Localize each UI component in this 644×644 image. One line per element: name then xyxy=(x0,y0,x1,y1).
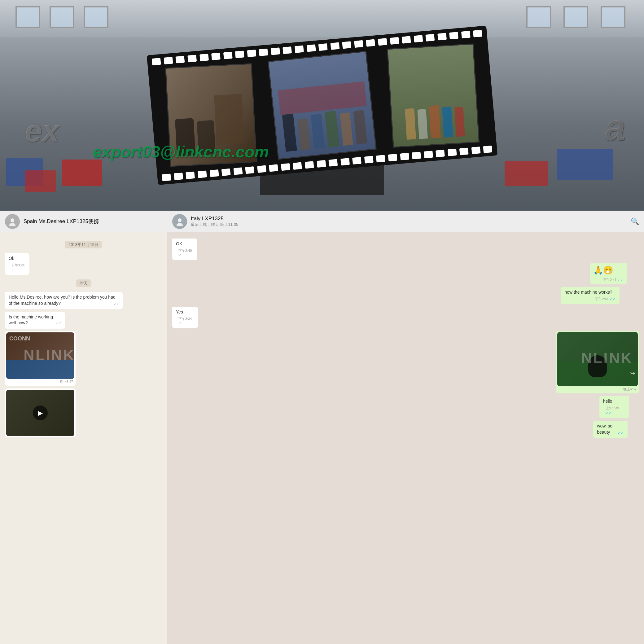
perf xyxy=(471,147,480,154)
perf xyxy=(317,160,326,167)
perf xyxy=(152,58,161,65)
perf xyxy=(378,38,387,46)
media-message-2[interactable]: ▶ xyxy=(5,388,76,437)
perf xyxy=(459,147,469,155)
perf xyxy=(340,158,349,165)
perf xyxy=(483,145,492,153)
perf xyxy=(423,151,433,158)
msg-ok: Ok 下午3:24 ✓ xyxy=(5,253,29,275)
video-thumb-1[interactable]: COONN xyxy=(6,332,74,379)
perf xyxy=(461,31,470,38)
perf xyxy=(199,54,208,61)
right-chat-messages: OK 下午2:40 ✓ 🙏😁 下午2:41 ✓✓ now the machine… xyxy=(167,232,644,644)
left-chat-panel: Spain Ms.Desiree LXP1325便携 2018年11月15日 O… xyxy=(0,211,167,644)
perf xyxy=(162,173,171,181)
perf xyxy=(175,56,185,63)
perf xyxy=(447,148,457,156)
perf xyxy=(390,37,399,44)
perf xyxy=(269,164,278,172)
svg-point-2 xyxy=(178,218,182,222)
msg-wow-sent: wow, so beauty ✓✓ xyxy=(593,421,639,438)
left-contact-name: Spain Ms.Desiree LXP1325便携 xyxy=(24,218,162,225)
msg-hello-text: hello 上午9:39 ✓✓ xyxy=(599,396,629,418)
perf xyxy=(283,46,292,54)
perf xyxy=(197,170,207,178)
left-chat-header: Spain Ms.Desiree LXP1325便携 xyxy=(0,211,167,232)
perf xyxy=(342,41,351,49)
video-thumb-2[interactable]: ▶ xyxy=(6,390,74,436)
perf xyxy=(174,173,183,180)
right-chat-header: Italy LXP1325 最后上线于昨天 晚上11:05 🔍 xyxy=(167,211,644,232)
video-thumb-chicken[interactable]: ↪ xyxy=(557,332,638,386)
perf xyxy=(293,162,302,169)
msg-machine-working: Is the machine working well now? ✓✓ xyxy=(5,312,65,329)
play-button-icon[interactable]: ▶ xyxy=(33,405,48,420)
factory-window-6 xyxy=(601,6,625,28)
media-message-chicken[interactable]: ↪ 晚上6:57 NLINK xyxy=(556,331,639,393)
film-photo-3 xyxy=(387,43,480,147)
perf xyxy=(354,40,363,47)
perf xyxy=(449,32,458,39)
left-chat-avatar xyxy=(5,214,20,229)
msg-machine-works: now the machine works? 下午2:41 ✓✓ xyxy=(561,287,639,304)
message-hello: Hello Ms.Desiree, how are you? Is the pr… xyxy=(5,292,162,309)
perf xyxy=(187,55,197,62)
perf xyxy=(330,42,340,50)
perf xyxy=(245,166,254,173)
msg-wow-text: wow, so beauty ✓✓ xyxy=(593,421,628,438)
perf xyxy=(376,155,385,162)
perf xyxy=(186,171,195,179)
perf xyxy=(209,169,219,177)
perf xyxy=(281,163,290,170)
perf xyxy=(211,53,221,60)
date-divider-1: 2018年11月15日 xyxy=(5,242,162,248)
msg-yes: Yes 下午3:34 ✓ xyxy=(172,307,198,328)
perf xyxy=(233,167,243,175)
perf xyxy=(259,48,268,56)
perf xyxy=(235,50,244,58)
media-message-1[interactable]: COONN 晚上8:47 NLINK xyxy=(5,331,76,386)
perf xyxy=(400,153,409,160)
perf xyxy=(414,35,423,42)
film-photo-1 xyxy=(165,63,257,167)
media-time-1: 晚上8:47 xyxy=(6,379,74,385)
perf xyxy=(247,50,256,57)
perf xyxy=(436,150,445,157)
perf xyxy=(164,57,173,64)
perf xyxy=(295,45,304,53)
perf xyxy=(425,34,435,41)
right-contact-status: 最后上线于昨天 晚上11:05 xyxy=(191,222,627,227)
search-icon[interactable]: 🔍 xyxy=(631,217,639,226)
factory-window-5 xyxy=(563,6,588,28)
perf xyxy=(437,33,446,40)
perf xyxy=(271,47,280,55)
factory-window-4 xyxy=(526,6,551,28)
factory-section: ex export03@linkcnc.com a xyxy=(0,0,644,211)
factory-window-2 xyxy=(50,6,74,28)
left-chat-messages: 2018年11月15日 Ok 下午3:24 ✓ 昨天 Hello Ms.Desi… xyxy=(0,232,167,644)
perf xyxy=(318,43,327,50)
film-photo-2 xyxy=(268,51,377,160)
msg-machine-works-text: now the machine works? 下午2:41 ✓✓ xyxy=(561,287,619,304)
factory-window-3 xyxy=(84,6,108,28)
perf xyxy=(388,154,397,161)
msg-emoji-sent: 🙏😁 下午2:41 ✓✓ xyxy=(590,263,639,284)
machine-5 xyxy=(505,161,548,186)
chat-section: Spain Ms.Desiree LXP1325便携 2018年11月15日 O… xyxy=(0,211,644,644)
msg-emoji: 🙏😁 下午2:41 ✓✓ xyxy=(590,263,627,284)
svg-point-0 xyxy=(11,218,14,222)
perf xyxy=(412,151,421,159)
msg-hello-sent: hello 上午9:39 ✓✓ xyxy=(599,396,639,418)
factory-window-1 xyxy=(15,6,40,28)
svg-point-1 xyxy=(9,223,15,226)
perf xyxy=(352,157,361,164)
right-chat-avatar xyxy=(172,214,187,229)
date-divider-2: 昨天 xyxy=(5,280,162,286)
message-machine-working: Is the machine working well now? ✓✓ xyxy=(5,312,85,329)
right-chat-info: Italy LXP1325 最后上线于昨天 晚上11:05 xyxy=(191,216,627,227)
msg-yes-received: Yes 下午3:34 ✓ xyxy=(172,307,206,328)
msg-ok-right: OK 下午2:40 ✓ xyxy=(172,239,197,260)
perf xyxy=(364,156,373,163)
machine-2 xyxy=(25,170,56,192)
msg-ok-received-right: OK 下午2:40 ✓ xyxy=(172,239,206,260)
